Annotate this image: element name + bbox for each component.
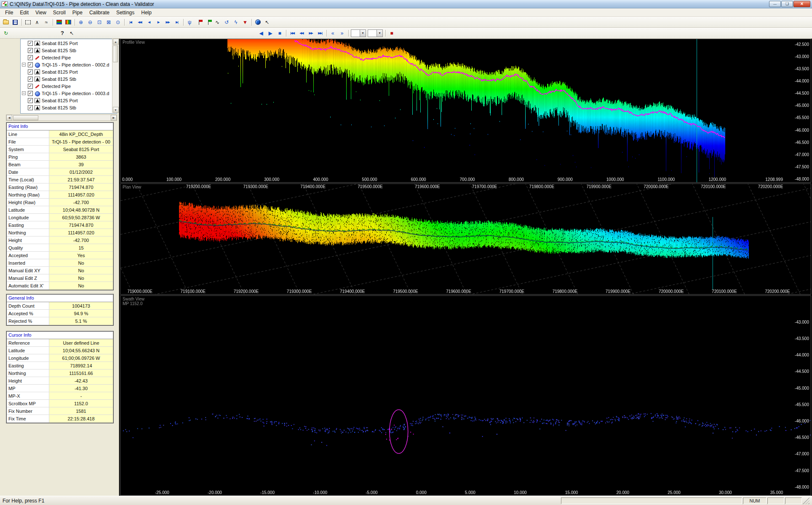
go-prev-button[interactable]: ◀: [144, 18, 154, 27]
tree-expander-icon[interactable]: −: [22, 63, 26, 66]
spike-filter-button[interactable]: ϟ: [231, 18, 240, 27]
next-fix-button[interactable]: ▶▶: [306, 29, 315, 37]
zoom-in-button[interactable]: ⊕: [76, 18, 85, 27]
zoom-extents-button[interactable]: ⊠: [104, 18, 113, 27]
window-controls: [769, 1, 810, 7]
tree-checkbox[interactable]: ✓: [28, 48, 33, 53]
filter-button[interactable]: ▼: [240, 18, 250, 27]
tree-checkbox[interactable]: ✓: [28, 77, 33, 82]
go-next-button[interactable]: ▶: [154, 18, 163, 27]
menu-item[interactable]: Settings: [113, 9, 138, 16]
prev-swath-button[interactable]: «: [328, 29, 337, 37]
next-swath-button[interactable]: »: [337, 29, 347, 37]
info-row-value: 61;00;06.09726 W: [49, 354, 113, 361]
info-row-value: -: [49, 392, 113, 399]
tree-item-line-0002[interactable]: − ✓ TrQI-15 - Pipe detection - 0002.d: [21, 61, 117, 68]
menu-item[interactable]: Edit: [16, 9, 32, 16]
context-help-button[interactable]: ↖: [67, 29, 76, 37]
tree-checkbox[interactable]: ✓: [28, 62, 33, 67]
tree-checkbox[interactable]: ✓: [28, 69, 33, 74]
event-flag-button[interactable]: [203, 18, 213, 27]
world-button[interactable]: [253, 18, 262, 27]
zoom-out-button[interactable]: ⊖: [85, 18, 95, 27]
toolbar-button-icon: [199, 20, 199, 25]
tree-item-detected-pipe-2[interactable]: ✓ Detected Pipe: [21, 82, 117, 90]
menu-item[interactable]: Calibrate: [86, 9, 113, 16]
pointer-button[interactable]: ↖: [262, 18, 272, 27]
tree-item-label: Detected Pipe: [42, 84, 71, 89]
tree-item-seabat-stb-2[interactable]: ✓ Seabat 8125 Stb: [21, 75, 117, 82]
minimize-button[interactable]: [769, 1, 781, 7]
resize-grip[interactable]: [803, 497, 809, 504]
select-rectangle-button[interactable]: [23, 18, 32, 27]
scroll-right-icon[interactable]: [111, 115, 117, 121]
menu-item[interactable]: Help: [138, 9, 155, 16]
menu-item[interactable]: Pipe: [69, 9, 86, 16]
colortable-button[interactable]: [64, 18, 73, 27]
zoom-window-button[interactable]: ⊡: [95, 18, 104, 27]
open-button[interactable]: [1, 18, 11, 27]
close-button[interactable]: [793, 1, 810, 7]
info-row-label: Accepted %: [7, 310, 49, 317]
tree-checkbox[interactable]: ✓: [28, 41, 33, 46]
toolbar-button: [384, 29, 387, 37]
scroll-down-icon[interactable]: [113, 107, 119, 113]
go-first-button[interactable]: |◀: [126, 18, 135, 27]
scroll-up-icon[interactable]: [113, 39, 119, 45]
select-line-button[interactable]: ≈: [42, 18, 51, 27]
maximize-button[interactable]: [781, 1, 793, 7]
singlebeam-button[interactable]: ∿: [213, 18, 222, 27]
anchor-button[interactable]: ψ: [185, 18, 194, 27]
go-last-button[interactable]: ▶|: [172, 18, 182, 27]
tree-checkbox[interactable]: ✓: [28, 91, 33, 96]
tree-vertical-scrollbar[interactable]: [112, 39, 119, 113]
fix-flag-button[interactable]: [194, 18, 203, 27]
tree-item-seabat-port-2[interactable]: ✓ Seabat 8125 Port: [21, 68, 117, 75]
toolbar-button-icon: ⊡: [97, 20, 102, 25]
go-prev-fast-button[interactable]: ◀◀: [135, 18, 144, 27]
tree-item-seabat-port-3[interactable]: ✓ Seabat 8125 Port: [21, 97, 117, 104]
info-row: MP-X -: [7, 392, 113, 400]
replay-settings-button[interactable]: ↻: [1, 29, 11, 37]
stop-button[interactable]: ■: [387, 29, 396, 37]
swath-canvas[interactable]: [120, 296, 811, 495]
tree-checkbox[interactable]: ✓: [28, 84, 33, 89]
tree-checkbox[interactable]: ✓: [28, 98, 33, 103]
step-back-button[interactable]: ◀: [256, 29, 266, 37]
colorscale-button[interactable]: [54, 18, 64, 27]
menu-item[interactable]: Scroll: [50, 9, 69, 16]
tree-item-line-0003[interactable]: − ✓ TrQI-15 - Pipe detection - 0003.d: [21, 90, 117, 97]
toolbar-button: [284, 29, 288, 37]
profile-canvas[interactable]: [120, 39, 811, 182]
last-fix-button[interactable]: ▶▶|: [315, 29, 325, 37]
scroll-left-icon[interactable]: [6, 115, 12, 121]
scrollbar-thumb[interactable]: [113, 45, 118, 62]
cursor-info-panel: Cursor Info Reference User defined Line …: [6, 331, 114, 423]
help-button[interactable]: ?: [58, 29, 67, 37]
display-mode-combo[interactable]: ▾: [368, 29, 383, 37]
tree-checkbox[interactable]: ✓: [28, 55, 33, 60]
play-button[interactable]: ▶: [266, 29, 275, 37]
info-row-label: Quality: [7, 244, 49, 251]
menu-item[interactable]: File: [2, 9, 16, 16]
menu-item[interactable]: View: [32, 9, 50, 16]
scrollbar-thumb[interactable]: [13, 115, 38, 120]
first-fix-button[interactable]: |◀◀: [288, 29, 297, 37]
tree-item-seabat-port-1[interactable]: ✓ Seabat 8125 Port: [21, 40, 117, 47]
tree-item-detected-pipe-1[interactable]: ✓ Detected Pipe: [21, 54, 117, 61]
tree-item-seabat-stb-3[interactable]: ✓ Seabat 8125 Stb: [21, 104, 117, 111]
tree-checkbox[interactable]: ✓: [28, 105, 33, 110]
zoom-previous-button[interactable]: ⊙: [113, 18, 123, 27]
status-panes: NUM: [561, 497, 809, 504]
save-button[interactable]: [11, 18, 20, 27]
select-polygon-button[interactable]: ∧: [32, 18, 42, 27]
go-next-fast-button[interactable]: ▶▶: [163, 18, 172, 27]
tree-horizontal-scrollbar[interactable]: [6, 114, 117, 121]
prev-fix-button[interactable]: ◀◀: [297, 29, 306, 37]
tree-item-seabat-stb-1[interactable]: ✓ Seabat 8125 Stb: [21, 47, 117, 54]
pause-button[interactable]: ▮▮: [275, 29, 284, 37]
plan-canvas[interactable]: [120, 184, 811, 294]
tree-expander-icon[interactable]: −: [22, 91, 26, 95]
rotate-view-button[interactable]: ↺: [222, 18, 231, 27]
fix-step-combo[interactable]: ▾: [351, 29, 366, 37]
